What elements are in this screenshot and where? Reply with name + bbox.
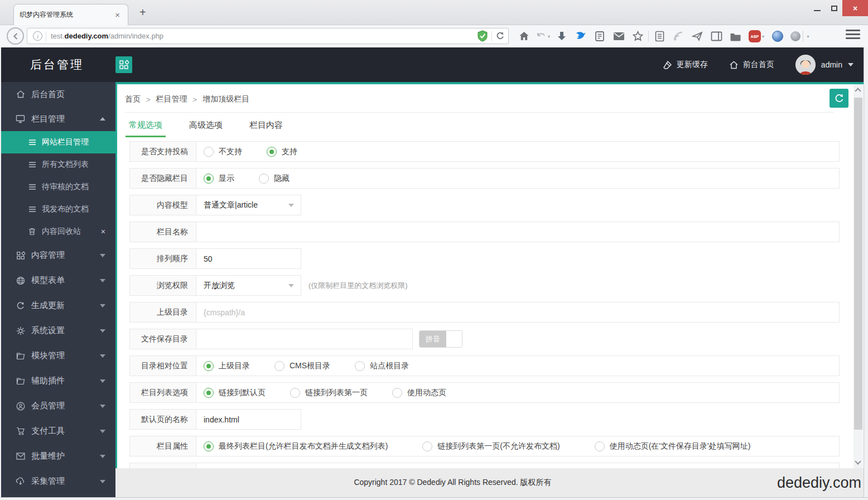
radio-not-support[interactable]: 不支持 — [204, 147, 242, 157]
column-form: 是否支持投稿 不支持 支持 是否隐藏栏目 显示 隐藏 内容模型 普通文章|art… — [129, 141, 840, 489]
sidebar-item-content-manage[interactable]: 内容管理 — [0, 243, 115, 268]
refresh-page-button[interactable] — [830, 89, 848, 108]
column-name-input[interactable] — [204, 228, 839, 237]
sort-order-input[interactable] — [204, 254, 301, 263]
list-icon — [28, 205, 36, 214]
sidebar-item-module-manage[interactable]: 模块管理 — [0, 343, 115, 368]
content-model-select[interactable]: 普通文章|article — [196, 195, 301, 215]
radio-hide[interactable]: 隐藏 — [259, 174, 290, 184]
folder-library-icon[interactable] — [726, 25, 745, 47]
close-icon[interactable]: × — [101, 227, 105, 236]
tab-close-icon[interactable]: × — [113, 9, 122, 20]
radio-final-list-column[interactable]: 最终列表栏目(允许栏目发布文档并生成文档列表) — [204, 441, 388, 451]
sidebar-subitem-all-documents[interactable]: 所有文档列表 — [0, 153, 115, 176]
tab-column-content[interactable]: 栏目内容 — [246, 117, 286, 137]
sidebar-item-collect-manage[interactable]: 采集管理 — [0, 469, 115, 494]
app-title: 后台管理 — [30, 47, 84, 82]
front-home-button[interactable]: 前台首页 — [729, 60, 774, 70]
sidebar-toggle-icon[interactable] — [707, 25, 726, 47]
avatar — [795, 55, 816, 75]
send-page-icon[interactable] — [688, 25, 707, 47]
radio-site-root[interactable]: 站点根目录 — [355, 361, 409, 371]
dashboard-grid-button[interactable] — [115, 56, 132, 73]
radio-show[interactable]: 显示 — [204, 174, 234, 184]
chevron-down-icon — [100, 279, 105, 282]
browser-tab[interactable]: 织梦内容管理系统 × — [13, 4, 128, 25]
scroll-up-icon[interactable] — [855, 88, 861, 94]
chevron-up-icon — [100, 117, 105, 121]
reload-icon[interactable] — [495, 31, 505, 41]
undo-dropdown-icon[interactable]: ▾ — [548, 34, 550, 39]
window-frame-right — [864, 47, 868, 500]
user-caret-icon — [848, 63, 853, 66]
breadcrumb-column-manage[interactable]: 栏目管理 — [156, 94, 187, 104]
new-tab-button[interactable]: + — [135, 6, 151, 19]
window-maximize-button[interactable] — [826, 0, 842, 16]
radio-dynamic-page[interactable]: 使用动态页 — [392, 388, 446, 398]
security-shield-icon[interactable] — [477, 30, 488, 42]
plugin-addon-icon[interactable]: ▾ — [787, 25, 813, 47]
adblock-icon[interactable]: ABP▾ — [745, 25, 768, 47]
radio-support[interactable]: 支持 — [267, 147, 297, 157]
plugin-dropdown-icon[interactable]: ▾ — [807, 34, 809, 39]
scroll-down-icon[interactable] — [855, 458, 861, 464]
sidebar-item-member-manage[interactable]: 会员管理 — [0, 393, 115, 419]
rss-icon[interactable] — [669, 25, 688, 47]
radio-attr-link-first-page[interactable]: 链接到列表第一页(不允许发布文档) — [422, 441, 560, 451]
list-icon — [28, 138, 36, 147]
main-content: 首页 > 栏目管理 > 增加顶级栏目 常规选项 高级选项 栏目内容 是否支持投稿… — [115, 82, 864, 497]
form-row-sort-order: 排列顺序 — [129, 248, 301, 269]
reader-mode-icon[interactable] — [590, 25, 609, 47]
save-dir-input[interactable] — [204, 335, 412, 344]
sidebar-item-batch-maintain[interactable]: 批量维护 — [0, 444, 115, 469]
pinyin-toggle[interactable]: 拼音 — [419, 330, 462, 348]
bookmark-star-icon[interactable] — [628, 25, 647, 47]
bookmarks-list-icon[interactable] — [650, 25, 669, 47]
sidebar-item-admin-home[interactable]: 后台首页 — [0, 82, 115, 107]
eraser-icon — [663, 60, 672, 70]
breadcrumb-home[interactable]: 首页 — [125, 94, 141, 104]
chevron-down-icon — [100, 455, 105, 458]
sidebar-subitem-pending-documents[interactable]: 待审核的文档 — [0, 176, 115, 198]
globe-addon-icon[interactable] — [768, 25, 787, 47]
radio-link-default-page[interactable]: 链接到默认页 — [204, 388, 266, 398]
undo-icon[interactable]: ▾ — [533, 25, 552, 47]
grid-icon — [119, 60, 129, 70]
chevron-down-icon — [100, 430, 105, 433]
parent-dir-input[interactable] — [204, 308, 839, 317]
radio-parent-dir[interactable]: 上级目录 — [204, 361, 250, 371]
sidebar-item-system-settings[interactable]: 系统设置 — [0, 318, 115, 343]
mail-icon — [16, 451, 25, 461]
bird-addon-icon[interactable] — [571, 25, 590, 47]
url-bar[interactable]: i test.dedediy.com/admin/index.php — [27, 28, 509, 44]
adblock-dropdown-icon[interactable]: ▾ — [762, 34, 764, 39]
sidebar-subitem-site-columns[interactable]: 网站栏目管理 — [0, 131, 115, 153]
sidebar-item-payment-tools[interactable]: 支付工具 — [0, 419, 115, 444]
home-icon[interactable] — [514, 25, 533, 47]
user-menu[interactable]: admin — [795, 55, 853, 75]
sidebar-subitem-recycle-bin[interactable]: 内容回收站 × — [0, 220, 115, 243]
sidebar-item-aux-plugins[interactable]: 辅助插件 — [0, 368, 115, 393]
back-button[interactable] — [7, 27, 24, 45]
window-minimize-button[interactable] — [809, 0, 826, 16]
mail-icon[interactable] — [609, 25, 628, 47]
form-row-parent-dir: 上级目录 — [129, 302, 840, 323]
tab-general-options[interactable]: 常规选项 — [126, 117, 166, 137]
page-scrollbar[interactable] — [853, 84, 863, 468]
tab-advanced-options[interactable]: 高级选项 — [186, 117, 226, 137]
sidebar-subitem-my-documents[interactable]: 我发布的文档 — [0, 198, 115, 220]
site-info-icon[interactable]: i — [33, 31, 42, 41]
window-close-button[interactable]: × — [842, 0, 868, 16]
radio-cms-root[interactable]: CMS根目录 — [274, 361, 330, 371]
sidebar-item-column-manage[interactable]: 栏目管理 — [0, 107, 115, 131]
default-page-name-input[interactable] — [204, 415, 301, 424]
menu-icon[interactable] — [846, 30, 860, 39]
download-icon[interactable] — [552, 25, 571, 47]
radio-attr-dynamic-page[interactable]: 使用动态页(在'文件保存目录'处填写网址) — [595, 441, 751, 451]
view-permission-select[interactable]: 开放浏览 — [196, 276, 301, 295]
scrollbar-thumb[interactable] — [854, 98, 862, 430]
radio-link-first-page[interactable]: 链接到列表第一页 — [290, 388, 368, 398]
sidebar-item-model-forms[interactable]: 模型表单 — [0, 268, 115, 293]
sidebar-item-generate-update[interactable]: 生成更新 — [0, 293, 115, 318]
update-cache-button[interactable]: 更新缓存 — [663, 60, 708, 70]
